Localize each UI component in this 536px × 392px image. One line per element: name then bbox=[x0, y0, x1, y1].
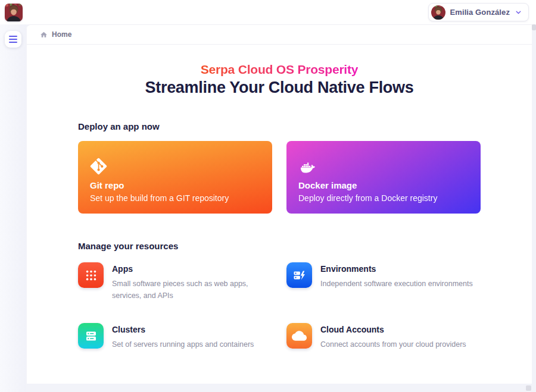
cloud-accounts-icon bbox=[286, 323, 312, 349]
resource-item-apps[interactable]: Apps Small software pieces such as web a… bbox=[78, 262, 286, 302]
resource-title: Cloud Accounts bbox=[320, 325, 466, 334]
git-repo-card[interactable]: Git repo Set up the build from a GIT rep… bbox=[78, 141, 272, 214]
main-content: Home Serpa Cloud OS Prosperity Streamlin… bbox=[26, 24, 532, 384]
top-bar: Emilia González bbox=[0, 0, 536, 24]
docker-icon bbox=[298, 157, 469, 175]
resource-title: Environments bbox=[320, 264, 473, 274]
hero-eyebrow: Serpa Cloud OS Prosperity bbox=[201, 62, 359, 77]
scrollbar-corner bbox=[526, 385, 531, 391]
git-icon bbox=[90, 157, 260, 175]
home-icon bbox=[40, 31, 48, 39]
vertical-scrollbar-thumb[interactable] bbox=[532, 24, 536, 30]
breadcrumb-label: Home bbox=[52, 30, 71, 39]
resource-title: Clusters bbox=[112, 325, 254, 334]
user-menu[interactable]: Emilia González bbox=[428, 3, 529, 21]
left-rail bbox=[0, 24, 26, 392]
hamburger-icon bbox=[9, 36, 17, 37]
deploy-cards: Git repo Set up the build from a GIT rep… bbox=[78, 141, 481, 214]
chevron-down-icon bbox=[515, 8, 522, 16]
hero: Serpa Cloud OS Prosperity Streamline You… bbox=[78, 62, 481, 97]
resource-description: Independent software execution environme… bbox=[320, 278, 473, 290]
resource-text: Clusters Set of servers running apps and… bbox=[112, 323, 254, 350]
resource-description: Small software pieces such as web apps, … bbox=[112, 278, 274, 302]
workspace-avatar-image bbox=[5, 4, 23, 21]
breadcrumb-home[interactable]: Home bbox=[40, 30, 71, 39]
resource-item-clusters[interactable]: Clusters Set of servers running apps and… bbox=[78, 323, 286, 350]
user-avatar bbox=[431, 5, 445, 20]
git-card-description: Set up the build from a GIT repository bbox=[90, 193, 260, 203]
docker-card-description: Deploy directly from a Docker registry bbox=[298, 193, 469, 203]
git-card-title: Git repo bbox=[90, 180, 260, 190]
environments-icon bbox=[286, 262, 312, 288]
resources-section-heading: Manage your resources bbox=[78, 241, 481, 251]
apps-grid-icon bbox=[78, 262, 104, 288]
resource-text: Cloud Accounts Connect accounts from you… bbox=[320, 323, 466, 350]
resource-title: Apps bbox=[112, 264, 274, 274]
workspace-logo[interactable] bbox=[5, 4, 23, 21]
page-body: Serpa Cloud OS Prosperity Streamline You… bbox=[27, 62, 532, 350]
resource-description: Set of servers running apps and containe… bbox=[112, 338, 254, 350]
docker-image-card[interactable]: Docker image Deploy directly from a Dock… bbox=[286, 141, 481, 214]
resource-description: Connect accounts from your cloud provide… bbox=[320, 338, 466, 350]
breadcrumb: Home bbox=[27, 25, 532, 45]
clusters-icon bbox=[78, 323, 104, 349]
resource-item-environments[interactable]: Environments Independent software execut… bbox=[286, 262, 481, 302]
hamburger-menu-button[interactable] bbox=[5, 31, 21, 48]
resource-item-cloud-accounts[interactable]: Cloud Accounts Connect accounts from you… bbox=[286, 323, 481, 350]
deploy-section-heading: Deploy an app now bbox=[78, 121, 481, 131]
docker-card-title: Docker image bbox=[298, 180, 469, 190]
resource-text: Environments Independent software execut… bbox=[320, 262, 473, 302]
resources-grid: Apps Small software pieces such as web a… bbox=[78, 262, 481, 350]
user-name: Emilia González bbox=[450, 8, 510, 17]
resource-text: Apps Small software pieces such as web a… bbox=[112, 262, 274, 302]
page-title: Streamline Your Cloud Native Flows bbox=[78, 79, 481, 97]
